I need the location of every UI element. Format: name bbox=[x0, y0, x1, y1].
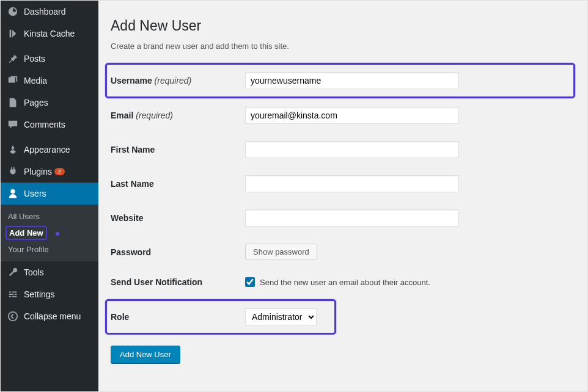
tools-icon bbox=[7, 266, 19, 278]
highlight-dot bbox=[56, 232, 59, 236]
role-highlight: Role Administrator bbox=[105, 299, 336, 335]
username-highlight: Username (required) bbox=[105, 63, 575, 98]
sidebar-item-posts[interactable]: Posts bbox=[1, 48, 98, 70]
sidebar-label: Pages bbox=[24, 98, 48, 107]
collapse-icon bbox=[7, 310, 19, 322]
sidebar-label: Plugins bbox=[24, 167, 52, 176]
username-input[interactable] bbox=[245, 72, 459, 89]
sidebar-item-users[interactable]: Users bbox=[1, 183, 98, 205]
sidebar-label: Users bbox=[24, 189, 46, 198]
sidebar-item-dashboard[interactable]: Dashboard bbox=[1, 1, 98, 23]
username-label: Username (required) bbox=[111, 76, 245, 85]
pages-icon bbox=[7, 96, 19, 109]
submenu-your-profile[interactable]: Your Profile bbox=[1, 241, 98, 258]
page-description: Create a brand new user and add them to … bbox=[111, 42, 575, 51]
plugins-update-badge: 2 bbox=[54, 168, 65, 175]
website-label: Website bbox=[111, 213, 245, 223]
sidebar-label: Kinsta Cache bbox=[24, 29, 75, 38]
kinsta-icon bbox=[7, 27, 19, 40]
sidebar-item-kinsta-cache[interactable]: Kinsta Cache bbox=[1, 23, 98, 45]
sidebar-label: Collapse menu bbox=[24, 311, 81, 321]
submenu-all-users[interactable]: All Users bbox=[1, 208, 98, 225]
pin-icon bbox=[7, 53, 19, 65]
sidebar-label: Posts bbox=[24, 54, 45, 64]
page-title: Add New User bbox=[111, 18, 575, 34]
sidebar-label: Appearance bbox=[24, 145, 70, 154]
lastname-input[interactable] bbox=[245, 175, 459, 192]
email-input[interactable] bbox=[245, 107, 459, 124]
sidebar-item-tools[interactable]: Tools bbox=[1, 261, 98, 283]
password-label: Password bbox=[111, 247, 245, 257]
sidebar-item-appearance[interactable]: Appearance bbox=[1, 139, 98, 161]
add-new-user-button[interactable]: Add New User bbox=[111, 346, 180, 363]
lastname-label: Last Name bbox=[111, 179, 245, 189]
notification-text: Send the new user an email about their a… bbox=[260, 278, 430, 287]
settings-icon bbox=[7, 288, 19, 300]
sidebar-label: Settings bbox=[24, 289, 55, 299]
sidebar-item-collapse[interactable]: Collapse menu bbox=[1, 305, 98, 327]
dashboard-icon bbox=[7, 5, 19, 18]
comments-icon bbox=[7, 118, 19, 131]
role-select[interactable]: Administrator bbox=[245, 308, 317, 325]
plugins-icon bbox=[7, 165, 19, 178]
main-content: Add New User Create a brand new user and… bbox=[98, 1, 587, 391]
admin-sidebar: Dashboard Kinsta Cache Posts Media Pages… bbox=[1, 1, 98, 391]
email-label: Email (required) bbox=[111, 111, 245, 120]
notification-checkbox[interactable] bbox=[245, 277, 255, 287]
notification-label: Send User Notification bbox=[111, 277, 245, 287]
sidebar-item-media[interactable]: Media bbox=[1, 70, 98, 92]
sidebar-label: Comments bbox=[24, 120, 65, 129]
sidebar-item-comments[interactable]: Comments bbox=[1, 114, 98, 136]
website-input[interactable] bbox=[245, 209, 459, 227]
sidebar-item-pages[interactable]: Pages bbox=[1, 92, 98, 114]
users-icon bbox=[7, 187, 19, 200]
users-submenu: All Users Add New Your Profile bbox=[1, 205, 98, 261]
appearance-icon bbox=[7, 143, 19, 156]
sidebar-item-settings[interactable]: Settings bbox=[1, 283, 98, 305]
sidebar-item-plugins[interactable]: Plugins 2 bbox=[1, 161, 98, 183]
show-password-button[interactable]: Show password bbox=[245, 244, 317, 260]
media-icon bbox=[7, 74, 19, 87]
firstname-input[interactable] bbox=[245, 141, 459, 158]
role-label: Role bbox=[111, 312, 245, 322]
submenu-add-new[interactable]: Add New bbox=[6, 226, 47, 240]
svg-point-0 bbox=[9, 312, 17, 321]
sidebar-label: Dashboard bbox=[24, 7, 66, 16]
sidebar-label: Tools bbox=[24, 267, 44, 277]
firstname-label: First Name bbox=[111, 145, 245, 154]
sidebar-label: Media bbox=[24, 76, 47, 85]
